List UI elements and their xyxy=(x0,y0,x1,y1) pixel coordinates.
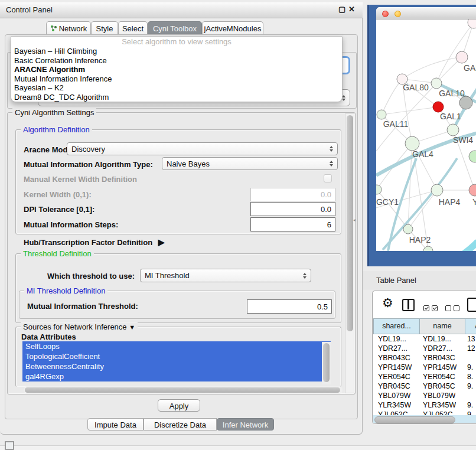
deselect-all-checkboxes-icon[interactable] xyxy=(445,302,459,313)
aracne-mode-combobox[interactable]: Discovery xyxy=(67,142,338,155)
table-cell: 9. xyxy=(467,363,473,371)
screen: Control Panel ▢ ✕ Network Style Select C… xyxy=(0,0,476,450)
table-row[interactable]: YER054CYER054C8. xyxy=(373,372,476,381)
dropdown-item[interactable]: ARACNE Algorithm xyxy=(11,65,342,74)
tab-impute-data[interactable]: Impute Data xyxy=(87,418,144,431)
dropdown-item[interactable]: Bayesian – Hill Climbing xyxy=(11,47,342,56)
gear-icon[interactable]: ⚙ xyxy=(382,296,393,310)
attribute-list-item[interactable]: TopologicalCoefficient xyxy=(22,351,331,361)
tab-network[interactable]: Network xyxy=(46,21,91,35)
attributes-vscrollbar-thumb[interactable] xyxy=(323,343,330,382)
data-attributes-list[interactable]: SelfLoopsTopologicalCoefficientBetweenne… xyxy=(22,341,331,385)
network-edge[interactable] xyxy=(402,57,462,79)
select-all-checkboxes-icon[interactable] xyxy=(423,302,438,313)
attribute-list-item[interactable]: gal4RGexp xyxy=(22,371,331,381)
table-cell: 9 xyxy=(467,410,471,415)
mi-steps-input[interactable]: 6 xyxy=(250,217,335,231)
network-node[interactable] xyxy=(433,102,444,112)
network-node[interactable] xyxy=(447,124,459,136)
float-window-icon[interactable]: ▢ xyxy=(338,5,345,14)
splitter-handle-icon[interactable]: ◂ xyxy=(353,217,358,223)
manual-kernel-checkbox[interactable] xyxy=(324,174,332,182)
expand-arrow-icon[interactable]: ▶ xyxy=(158,237,165,247)
data-attributes-label: Data Attributes xyxy=(21,332,76,341)
collapse-arrow-icon[interactable]: ▼ xyxy=(129,324,135,331)
tab-select[interactable]: Select xyxy=(118,21,148,35)
network-window[interactable]: GAL80GALGAL10GAL1GAL11SWI4GAL4GCY1HAP4YH… xyxy=(376,7,476,251)
network-node[interactable] xyxy=(403,224,413,234)
tab-discretize-data[interactable]: Discretize Data xyxy=(144,418,217,431)
table-row[interactable]: YDL19...YDL19...13 xyxy=(373,334,476,344)
control-panel-titlebar[interactable]: Control Panel ▢ ✕ xyxy=(0,2,363,18)
new-column-icon[interactable] xyxy=(467,298,476,312)
network-edge[interactable] xyxy=(443,242,476,251)
network-edge[interactable] xyxy=(382,79,402,115)
table-row[interactable]: YJL052CYJL052C9 xyxy=(373,410,476,415)
stepper-icon xyxy=(303,273,307,279)
network-node[interactable] xyxy=(431,184,443,196)
tab-network-label: Network xyxy=(59,24,87,33)
hub-definition-toggle[interactable]: Hub/Transcription Factor Definition ▶ xyxy=(24,237,165,247)
mi-threshold-input[interactable]: 0.5 xyxy=(247,299,332,314)
zoom-traffic-light-icon[interactable] xyxy=(407,11,413,17)
attribute-list-item[interactable]: SelfLoops xyxy=(22,341,331,351)
close-traffic-light-icon[interactable] xyxy=(382,11,389,17)
attributes-vscrollbar[interactable] xyxy=(322,342,331,384)
dropdown-item[interactable]: Dream8 DC_TDC Algorithm xyxy=(11,93,342,102)
minimize-traffic-light-icon[interactable] xyxy=(395,11,401,17)
network-node[interactable] xyxy=(469,184,476,196)
network-node-label: GAL80 xyxy=(403,83,429,92)
table-container: ⚙ shared... name A YDL19...YDL19...13YDR… xyxy=(372,291,476,424)
mi-steps-value: 6 xyxy=(327,220,331,229)
network-window-titlebar[interactable] xyxy=(376,7,476,19)
settings-vscrollbar[interactable] xyxy=(345,113,354,393)
table-hscrollbar[interactable] xyxy=(373,415,476,423)
network-canvas[interactable]: GAL80GALGAL10GAL1GAL11SWI4GAL4GCY1HAP4YH… xyxy=(376,19,476,251)
network-edge[interactable] xyxy=(382,107,438,115)
sources-title-row[interactable]: Sources for Network Inference ▼ xyxy=(21,322,138,331)
dpi-tolerance-input[interactable]: 0.0 xyxy=(250,202,335,216)
network-node[interactable] xyxy=(456,51,468,63)
table-hscrollbar-thumb[interactable] xyxy=(374,416,455,423)
tab-style[interactable]: Style xyxy=(91,21,118,35)
network-edge[interactable] xyxy=(436,22,474,83)
settings-hscrollbar-thumb[interactable] xyxy=(25,387,340,393)
attribute-list-item[interactable]: BetweennessCentrality xyxy=(22,361,331,371)
network-edge[interactable] xyxy=(408,190,437,229)
column-header-partial[interactable]: A xyxy=(465,318,476,334)
table-row[interactable]: YBL079WYBL079W xyxy=(373,391,476,400)
table-row[interactable]: YBR045CYBR045C9. xyxy=(373,381,476,391)
close-icon[interactable]: ✕ xyxy=(348,5,355,14)
table-row[interactable]: YBR043CYBR043C xyxy=(373,353,476,363)
network-node[interactable] xyxy=(459,96,472,109)
column-layout-icon[interactable] xyxy=(402,299,415,311)
network-node[interactable] xyxy=(468,19,476,28)
tab-jactivemnodules[interactable]: jActiveMNodules xyxy=(202,21,263,35)
kernel-width-input[interactable]: 0.0 xyxy=(250,188,335,201)
tab-cyni-toolbox[interactable]: Cyni Toolbox xyxy=(148,21,202,35)
network-node[interactable] xyxy=(376,185,382,194)
table-row[interactable]: YDR27...YDR27...12 xyxy=(373,344,476,353)
mi-type-combobox[interactable]: Naive Bayes xyxy=(162,157,338,170)
stepper-icon xyxy=(330,161,333,167)
network-node[interactable] xyxy=(469,151,476,162)
network-node[interactable] xyxy=(405,136,419,151)
settings-hscrollbar[interactable] xyxy=(24,386,343,394)
which-threshold-combobox[interactable]: MI Threshold xyxy=(140,269,311,282)
stepper-icon xyxy=(330,146,333,152)
column-header-shared-name[interactable]: shared... xyxy=(373,318,420,334)
minimized-panel-icon[interactable] xyxy=(5,441,14,450)
table-row[interactable]: YPR145WYPR145W9. xyxy=(373,363,476,372)
dropdown-item[interactable]: Bayesian – K2 xyxy=(11,83,342,93)
algorithm-dropdown-list[interactable]: Select algorithm to view settings Bayesi… xyxy=(11,36,343,102)
network-node[interactable] xyxy=(431,78,442,89)
table-panel-titlebar[interactable]: Table Panel xyxy=(363,271,476,289)
apply-button[interactable]: Apply xyxy=(158,399,200,412)
dropdown-item[interactable]: Basic Correlation Inference xyxy=(11,56,342,66)
column-header-name[interactable]: name xyxy=(419,318,465,334)
table-row[interactable]: YLR345WYLR345W9. xyxy=(373,400,476,410)
settings-vscrollbar-thumb[interactable] xyxy=(347,115,353,331)
tab-infer-network[interactable]: Infer Network xyxy=(217,418,274,431)
network-node[interactable] xyxy=(377,110,386,119)
dropdown-item[interactable]: Mutual Information Inference xyxy=(11,74,342,84)
